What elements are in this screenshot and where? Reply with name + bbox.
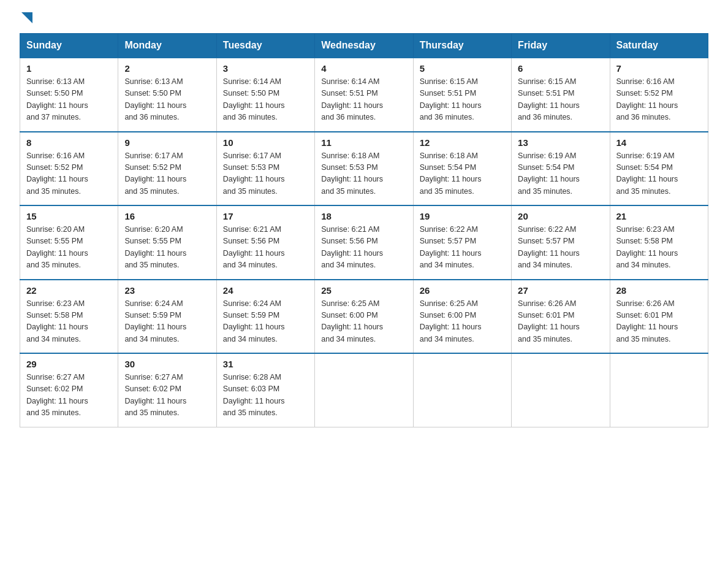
day-info: Sunrise: 6:18 AMSunset: 5:53 PMDaylight:… [321, 150, 406, 198]
day-info: Sunrise: 6:26 AMSunset: 6:01 PMDaylight:… [518, 298, 603, 346]
calendar-cell: 16 Sunrise: 6:20 AMSunset: 5:55 PMDaylig… [118, 205, 216, 280]
day-number: 28 [616, 285, 702, 296]
weekday-header-monday: Monday [118, 34, 216, 58]
day-info: Sunrise: 6:13 AMSunset: 5:50 PMDaylight:… [26, 76, 112, 124]
day-info: Sunrise: 6:18 AMSunset: 5:54 PMDaylight:… [420, 150, 505, 198]
calendar-cell: 14 Sunrise: 6:19 AMSunset: 5:54 PMDaylig… [610, 132, 708, 206]
day-info: Sunrise: 6:15 AMSunset: 5:51 PMDaylight:… [518, 76, 603, 124]
calendar-cell: 21 Sunrise: 6:23 AMSunset: 5:58 PMDaylig… [610, 205, 708, 280]
day-number: 3 [223, 63, 308, 74]
weekday-header-sunday: Sunday [20, 34, 118, 58]
calendar-cell: 25 Sunrise: 6:25 AMSunset: 6:00 PMDaylig… [315, 280, 413, 354]
day-number: 16 [124, 211, 210, 221]
calendar-cell: 29 Sunrise: 6:27 AMSunset: 6:02 PMDaylig… [20, 353, 118, 427]
day-number: 17 [223, 211, 308, 221]
day-number: 29 [26, 359, 112, 369]
day-info: Sunrise: 6:27 AMSunset: 6:02 PMDaylight:… [124, 372, 210, 419]
calendar-cell [512, 353, 610, 427]
calendar-week-row: 8 Sunrise: 6:16 AMSunset: 5:52 PMDayligh… [20, 132, 708, 206]
day-info: Sunrise: 6:24 AMSunset: 5:59 PMDaylight:… [223, 298, 308, 346]
calendar-cell: 8 Sunrise: 6:16 AMSunset: 5:52 PMDayligh… [20, 132, 118, 206]
day-number: 25 [321, 285, 406, 296]
calendar-cell [610, 353, 708, 427]
calendar-cell: 30 Sunrise: 6:27 AMSunset: 6:02 PMDaylig… [118, 353, 216, 427]
logo [20, 15, 32, 23]
calendar-cell: 28 Sunrise: 6:26 AMSunset: 6:01 PMDaylig… [610, 280, 708, 354]
calendar-cell: 7 Sunrise: 6:16 AMSunset: 5:52 PMDayligh… [610, 58, 708, 132]
day-info: Sunrise: 6:25 AMSunset: 6:00 PMDaylight:… [321, 298, 406, 346]
day-info: Sunrise: 6:26 AMSunset: 6:01 PMDaylight:… [616, 298, 702, 346]
calendar-cell: 26 Sunrise: 6:25 AMSunset: 6:00 PMDaylig… [413, 280, 511, 354]
day-number: 22 [26, 285, 112, 296]
day-info: Sunrise: 6:24 AMSunset: 5:59 PMDaylight:… [124, 298, 210, 346]
page-header [20, 15, 708, 23]
day-info: Sunrise: 6:13 AMSunset: 5:50 PMDaylight:… [124, 76, 210, 124]
day-info: Sunrise: 6:21 AMSunset: 5:56 PMDaylight:… [321, 224, 406, 272]
day-number: 4 [321, 63, 406, 74]
calendar-cell: 6 Sunrise: 6:15 AMSunset: 5:51 PMDayligh… [512, 58, 610, 132]
day-number: 20 [518, 211, 603, 221]
day-number: 31 [223, 359, 308, 369]
day-info: Sunrise: 6:19 AMSunset: 5:54 PMDaylight:… [616, 150, 702, 198]
day-info: Sunrise: 6:20 AMSunset: 5:55 PMDaylight:… [124, 224, 210, 272]
calendar-cell: 17 Sunrise: 6:21 AMSunset: 5:56 PMDaylig… [216, 205, 314, 280]
weekday-header-thursday: Thursday [413, 34, 511, 58]
weekday-header-tuesday: Tuesday [216, 34, 314, 58]
calendar-cell: 31 Sunrise: 6:28 AMSunset: 6:03 PMDaylig… [216, 353, 314, 427]
day-info: Sunrise: 6:23 AMSunset: 5:58 PMDaylight:… [616, 224, 702, 272]
svg-marker-0 [21, 12, 32, 23]
day-info: Sunrise: 6:28 AMSunset: 6:03 PMDaylight:… [223, 372, 308, 419]
calendar-cell: 19 Sunrise: 6:22 AMSunset: 5:57 PMDaylig… [413, 205, 511, 280]
day-number: 5 [420, 63, 505, 74]
weekday-header-saturday: Saturday [610, 34, 708, 58]
calendar-cell: 13 Sunrise: 6:19 AMSunset: 5:54 PMDaylig… [512, 132, 610, 206]
day-number: 10 [223, 137, 308, 148]
calendar-week-row: 15 Sunrise: 6:20 AMSunset: 5:55 PMDaylig… [20, 205, 708, 280]
day-number: 2 [124, 63, 210, 74]
calendar-cell: 12 Sunrise: 6:18 AMSunset: 5:54 PMDaylig… [413, 132, 511, 206]
day-number: 19 [420, 211, 505, 221]
calendar-cell: 22 Sunrise: 6:23 AMSunset: 5:58 PMDaylig… [20, 280, 118, 354]
day-number: 26 [420, 285, 505, 296]
day-info: Sunrise: 6:25 AMSunset: 6:00 PMDaylight:… [420, 298, 505, 346]
weekday-header-wednesday: Wednesday [315, 34, 413, 58]
calendar-cell: 5 Sunrise: 6:15 AMSunset: 5:51 PMDayligh… [413, 58, 511, 132]
calendar-cell: 18 Sunrise: 6:21 AMSunset: 5:56 PMDaylig… [315, 205, 413, 280]
day-number: 24 [223, 285, 308, 296]
calendar-week-row: 1 Sunrise: 6:13 AMSunset: 5:50 PMDayligh… [20, 58, 708, 132]
day-info: Sunrise: 6:22 AMSunset: 5:57 PMDaylight:… [420, 224, 505, 272]
day-info: Sunrise: 6:14 AMSunset: 5:51 PMDaylight:… [321, 76, 406, 124]
day-number: 11 [321, 137, 406, 148]
day-info: Sunrise: 6:20 AMSunset: 5:55 PMDaylight:… [26, 224, 112, 272]
calendar-cell: 2 Sunrise: 6:13 AMSunset: 5:50 PMDayligh… [118, 58, 216, 132]
calendar-cell: 4 Sunrise: 6:14 AMSunset: 5:51 PMDayligh… [315, 58, 413, 132]
day-number: 30 [124, 359, 210, 369]
day-number: 27 [518, 285, 603, 296]
day-number: 14 [616, 137, 702, 148]
day-number: 9 [124, 137, 210, 148]
calendar-header-row: SundayMondayTuesdayWednesdayThursdayFrid… [20, 34, 708, 58]
calendar-table: SundayMondayTuesdayWednesdayThursdayFrid… [20, 33, 708, 427]
calendar-cell: 20 Sunrise: 6:22 AMSunset: 5:57 PMDaylig… [512, 205, 610, 280]
day-info: Sunrise: 6:15 AMSunset: 5:51 PMDaylight:… [420, 76, 505, 124]
day-number: 13 [518, 137, 603, 148]
day-number: 1 [26, 63, 112, 74]
day-number: 23 [124, 285, 210, 296]
day-info: Sunrise: 6:17 AMSunset: 5:52 PMDaylight:… [124, 150, 210, 198]
day-info: Sunrise: 6:23 AMSunset: 5:58 PMDaylight:… [26, 298, 112, 346]
day-number: 12 [420, 137, 505, 148]
day-info: Sunrise: 6:14 AMSunset: 5:50 PMDaylight:… [223, 76, 308, 124]
calendar-week-row: 22 Sunrise: 6:23 AMSunset: 5:58 PMDaylig… [20, 280, 708, 354]
day-info: Sunrise: 6:17 AMSunset: 5:53 PMDaylight:… [223, 150, 308, 198]
calendar-cell [315, 353, 413, 427]
day-info: Sunrise: 6:16 AMSunset: 5:52 PMDaylight:… [616, 76, 702, 124]
day-number: 7 [616, 63, 702, 74]
calendar-cell: 10 Sunrise: 6:17 AMSunset: 5:53 PMDaylig… [216, 132, 314, 206]
day-number: 15 [26, 211, 112, 221]
calendar-cell: 15 Sunrise: 6:20 AMSunset: 5:55 PMDaylig… [20, 205, 118, 280]
logo-arrow-icon [21, 12, 32, 23]
day-number: 21 [616, 211, 702, 221]
day-info: Sunrise: 6:16 AMSunset: 5:52 PMDaylight:… [26, 150, 112, 198]
calendar-cell: 1 Sunrise: 6:13 AMSunset: 5:50 PMDayligh… [20, 58, 118, 132]
calendar-cell: 23 Sunrise: 6:24 AMSunset: 5:59 PMDaylig… [118, 280, 216, 354]
